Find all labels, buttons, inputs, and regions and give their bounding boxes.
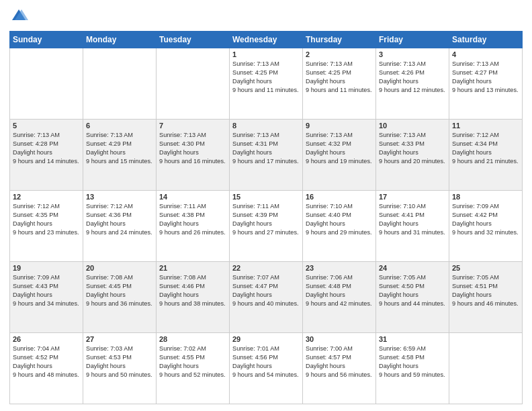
day-number: 3 bbox=[379, 50, 446, 58]
day-cell bbox=[449, 333, 523, 404]
day-cell bbox=[157, 48, 230, 120]
day-cell: 31Sunrise: 6:59 AMSunset: 4:58 PMDayligh… bbox=[376, 333, 449, 404]
day-info: Sunrise: 7:05 AMSunset: 4:50 PMDaylight … bbox=[379, 273, 446, 308]
day-number: 25 bbox=[452, 264, 519, 272]
day-info: Sunrise: 7:02 AMSunset: 4:55 PMDaylight … bbox=[159, 345, 226, 379]
day-cell: 22Sunrise: 7:07 AMSunset: 4:47 PMDayligh… bbox=[230, 262, 303, 333]
day-info: Sunrise: 7:13 AMSunset: 4:25 PMDaylight … bbox=[306, 60, 373, 95]
week-row-1: 1Sunrise: 7:13 AMSunset: 4:25 PMDaylight… bbox=[10, 48, 523, 120]
day-cell: 28Sunrise: 7:02 AMSunset: 4:55 PMDayligh… bbox=[157, 333, 230, 404]
day-number: 9 bbox=[306, 122, 373, 130]
day-cell: 18Sunrise: 7:09 AMSunset: 4:42 PMDayligh… bbox=[449, 191, 523, 262]
day-cell: 17Sunrise: 7:10 AMSunset: 4:41 PMDayligh… bbox=[376, 191, 449, 262]
day-info: Sunrise: 7:13 AMSunset: 4:25 PMDaylight … bbox=[232, 60, 300, 95]
weekday-header-thursday: Thursday bbox=[303, 32, 376, 48]
day-info: Sunrise: 7:13 AMSunset: 4:29 PMDaylight … bbox=[86, 131, 153, 166]
day-number: 19 bbox=[13, 264, 80, 272]
day-cell: 24Sunrise: 7:05 AMSunset: 4:50 PMDayligh… bbox=[376, 262, 449, 333]
day-cell bbox=[10, 48, 83, 120]
day-cell: 10Sunrise: 7:13 AMSunset: 4:33 PMDayligh… bbox=[376, 120, 449, 191]
day-number: 7 bbox=[159, 122, 226, 130]
day-number: 6 bbox=[86, 122, 153, 130]
day-cell: 12Sunrise: 7:12 AMSunset: 4:35 PMDayligh… bbox=[10, 191, 83, 262]
day-cell: 29Sunrise: 7:01 AMSunset: 4:56 PMDayligh… bbox=[230, 333, 303, 404]
header bbox=[9, 7, 523, 26]
day-number: 29 bbox=[232, 335, 300, 343]
day-cell: 25Sunrise: 7:05 AMSunset: 4:51 PMDayligh… bbox=[449, 262, 523, 333]
day-cell bbox=[83, 48, 157, 120]
day-info: Sunrise: 7:08 AMSunset: 4:45 PMDaylight … bbox=[86, 273, 153, 308]
weekday-header-row: SundayMondayTuesdayWednesdayThursdayFrid… bbox=[10, 32, 523, 48]
day-number: 1 bbox=[232, 50, 300, 58]
calendar-page: SundayMondayTuesdayWednesdayThursdayFrid… bbox=[0, 0, 532, 411]
day-info: Sunrise: 7:12 AMSunset: 4:34 PMDaylight … bbox=[452, 131, 519, 166]
weekday-header-tuesday: Tuesday bbox=[157, 32, 230, 48]
day-info: Sunrise: 7:13 AMSunset: 4:32 PMDaylight … bbox=[306, 131, 373, 166]
day-number: 14 bbox=[159, 193, 226, 201]
day-info: Sunrise: 7:13 AMSunset: 4:31 PMDaylight … bbox=[232, 131, 300, 166]
day-info: Sunrise: 7:12 AMSunset: 4:35 PMDaylight … bbox=[13, 202, 80, 237]
day-number: 22 bbox=[232, 264, 300, 272]
day-info: Sunrise: 7:13 AMSunset: 4:26 PMDaylight … bbox=[379, 60, 446, 95]
day-cell: 9Sunrise: 7:13 AMSunset: 4:32 PMDaylight… bbox=[303, 120, 376, 191]
day-number: 4 bbox=[452, 50, 519, 58]
day-info: Sunrise: 7:13 AMSunset: 4:30 PMDaylight … bbox=[159, 131, 226, 166]
day-info: Sunrise: 7:06 AMSunset: 4:48 PMDaylight … bbox=[306, 273, 373, 308]
day-number: 12 bbox=[13, 193, 80, 201]
day-number: 16 bbox=[306, 193, 373, 201]
day-cell: 11Sunrise: 7:12 AMSunset: 4:34 PMDayligh… bbox=[449, 120, 523, 191]
day-number: 5 bbox=[13, 122, 80, 130]
day-number: 24 bbox=[379, 264, 446, 272]
day-info: Sunrise: 6:59 AMSunset: 4:58 PMDaylight … bbox=[379, 345, 446, 379]
day-cell: 16Sunrise: 7:10 AMSunset: 4:40 PMDayligh… bbox=[303, 191, 376, 262]
day-number: 15 bbox=[232, 193, 300, 201]
day-cell: 3Sunrise: 7:13 AMSunset: 4:26 PMDaylight… bbox=[376, 48, 449, 120]
day-number: 26 bbox=[13, 335, 80, 343]
day-cell: 7Sunrise: 7:13 AMSunset: 4:30 PMDaylight… bbox=[157, 120, 230, 191]
day-number: 27 bbox=[86, 335, 153, 343]
week-row-2: 5Sunrise: 7:13 AMSunset: 4:28 PMDaylight… bbox=[10, 120, 523, 191]
day-number: 31 bbox=[379, 335, 446, 343]
day-info: Sunrise: 7:11 AMSunset: 4:38 PMDaylight … bbox=[159, 202, 226, 237]
day-info: Sunrise: 7:12 AMSunset: 4:36 PMDaylight … bbox=[86, 202, 153, 237]
day-number: 13 bbox=[86, 193, 153, 201]
day-cell: 27Sunrise: 7:03 AMSunset: 4:53 PMDayligh… bbox=[83, 333, 157, 404]
weekday-header-wednesday: Wednesday bbox=[230, 32, 303, 48]
day-cell: 14Sunrise: 7:11 AMSunset: 4:38 PMDayligh… bbox=[157, 191, 230, 262]
day-info: Sunrise: 7:13 AMSunset: 4:33 PMDaylight … bbox=[379, 131, 446, 166]
day-cell: 4Sunrise: 7:13 AMSunset: 4:27 PMDaylight… bbox=[449, 48, 523, 120]
day-number: 28 bbox=[159, 335, 226, 343]
day-cell: 1Sunrise: 7:13 AMSunset: 4:25 PMDaylight… bbox=[230, 48, 303, 120]
day-info: Sunrise: 7:10 AMSunset: 4:41 PMDaylight … bbox=[379, 202, 446, 237]
day-number: 18 bbox=[452, 193, 519, 201]
day-number: 2 bbox=[306, 50, 373, 58]
day-info: Sunrise: 7:01 AMSunset: 4:56 PMDaylight … bbox=[232, 345, 300, 379]
day-info: Sunrise: 7:07 AMSunset: 4:47 PMDaylight … bbox=[232, 273, 300, 308]
day-info: Sunrise: 7:09 AMSunset: 4:42 PMDaylight … bbox=[452, 202, 519, 237]
day-cell: 15Sunrise: 7:11 AMSunset: 4:39 PMDayligh… bbox=[230, 191, 303, 262]
day-cell: 30Sunrise: 7:00 AMSunset: 4:57 PMDayligh… bbox=[303, 333, 376, 404]
day-number: 11 bbox=[452, 122, 519, 130]
weekday-header-monday: Monday bbox=[83, 32, 157, 48]
calendar-table: SundayMondayTuesdayWednesdayThursdayFrid… bbox=[9, 31, 523, 404]
day-info: Sunrise: 7:13 AMSunset: 4:27 PMDaylight … bbox=[452, 60, 519, 95]
day-info: Sunrise: 7:00 AMSunset: 4:57 PMDaylight … bbox=[306, 345, 373, 379]
weekday-header-sunday: Sunday bbox=[10, 32, 83, 48]
day-info: Sunrise: 7:11 AMSunset: 4:39 PMDaylight … bbox=[232, 202, 300, 237]
day-cell: 6Sunrise: 7:13 AMSunset: 4:29 PMDaylight… bbox=[83, 120, 157, 191]
day-info: Sunrise: 7:13 AMSunset: 4:28 PMDaylight … bbox=[13, 131, 80, 166]
day-info: Sunrise: 7:03 AMSunset: 4:53 PMDaylight … bbox=[86, 345, 153, 379]
day-number: 10 bbox=[379, 122, 446, 130]
day-cell: 19Sunrise: 7:09 AMSunset: 4:43 PMDayligh… bbox=[10, 262, 83, 333]
day-cell: 20Sunrise: 7:08 AMSunset: 4:45 PMDayligh… bbox=[83, 262, 157, 333]
day-number: 20 bbox=[86, 264, 153, 272]
day-info: Sunrise: 7:09 AMSunset: 4:43 PMDaylight … bbox=[13, 273, 80, 308]
day-info: Sunrise: 7:05 AMSunset: 4:51 PMDaylight … bbox=[452, 273, 519, 308]
day-cell: 8Sunrise: 7:13 AMSunset: 4:31 PMDaylight… bbox=[230, 120, 303, 191]
day-cell: 5Sunrise: 7:13 AMSunset: 4:28 PMDaylight… bbox=[10, 120, 83, 191]
day-info: Sunrise: 7:10 AMSunset: 4:40 PMDaylight … bbox=[306, 202, 373, 237]
day-cell: 23Sunrise: 7:06 AMSunset: 4:48 PMDayligh… bbox=[303, 262, 376, 333]
week-row-4: 19Sunrise: 7:09 AMSunset: 4:43 PMDayligh… bbox=[10, 262, 523, 333]
day-cell: 2Sunrise: 7:13 AMSunset: 4:25 PMDaylight… bbox=[303, 48, 376, 120]
day-number: 30 bbox=[306, 335, 373, 343]
